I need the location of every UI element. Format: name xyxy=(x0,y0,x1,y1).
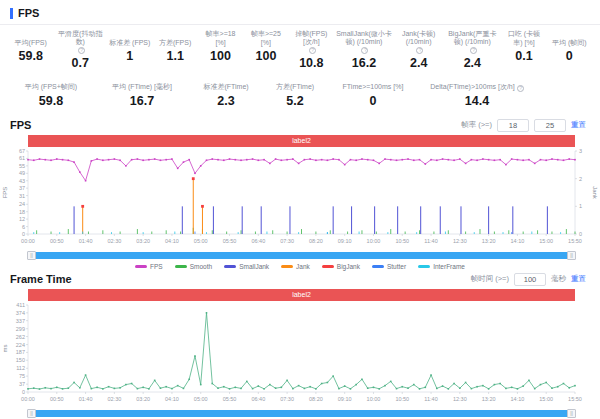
legend-mark-icon xyxy=(224,265,236,268)
stats-row-1: 平均(FPS)59.8平滑度(抖动指数)0.7标准差 (FPS)1方差(FPS)… xyxy=(6,30,594,70)
stat-label: Delta(FTime)>100ms [次/h] xyxy=(420,75,534,92)
svg-text:10:00: 10:00 xyxy=(367,238,381,244)
stat-item: 平滑度(抖动指数)0.7 xyxy=(53,30,107,70)
frametime-reset-button[interactable]: 重置 xyxy=(571,274,586,284)
drag-handle-icon[interactable] xyxy=(27,251,36,260)
fps-chart-banner: label2 xyxy=(28,135,575,147)
stat-label: 平均 (FPS+帧间) xyxy=(10,75,92,92)
svg-text:374: 374 xyxy=(16,310,25,316)
stat-label: 方差(FPS) xyxy=(154,30,195,47)
stat-item: 帧率>=25 [%]100 xyxy=(243,30,288,63)
page-title: FPS xyxy=(18,7,39,19)
legend-label: Smooth xyxy=(190,263,212,270)
frametime-section-header: Frame Time 帧时间 (>=) 毫秒 重置 xyxy=(0,273,600,286)
legend-label: SmallJank xyxy=(239,263,269,270)
drag-handle-icon[interactable] xyxy=(567,409,576,418)
svg-text:2: 2 xyxy=(579,175,582,181)
frametime-chart-scrollbar[interactable] xyxy=(28,410,575,417)
stat-value: 0.7 xyxy=(55,56,105,70)
stat-label: 标准差 (FPS) xyxy=(109,30,150,47)
svg-text:00:50: 00:50 xyxy=(50,238,64,244)
chart-legend: FPSSmoothSmallJankJankBigJankStutterInte… xyxy=(0,263,600,270)
legend-item-bigjank[interactable]: BigJank xyxy=(322,263,360,270)
frametime-chart-banner: label2 xyxy=(28,289,575,301)
fps-reset-button[interactable]: 重置 xyxy=(571,120,586,130)
stat-item: 平均 (FTime) [毫秒]16.7 xyxy=(94,75,190,108)
legend-mark-icon xyxy=(175,265,187,268)
info-icon xyxy=(470,47,477,54)
stat-label: FTime>=100ms [%] xyxy=(330,75,416,92)
svg-text:24: 24 xyxy=(19,201,25,207)
svg-text:02:30: 02:30 xyxy=(107,238,121,244)
stat-label: 口吃 (卡顿率) [%] xyxy=(503,30,544,47)
fps-threshold-input-1[interactable] xyxy=(497,119,529,132)
stat-value: 100 xyxy=(200,49,241,63)
svg-text:05:00: 05:00 xyxy=(194,396,208,402)
legend-item-jank[interactable]: Jank xyxy=(281,263,310,270)
svg-text:299: 299 xyxy=(16,325,25,331)
stat-item: 方差(FTime)5.2 xyxy=(262,75,328,108)
title-accent-bar xyxy=(10,8,13,19)
svg-text:00:00: 00:00 xyxy=(21,396,35,402)
svg-text:03:20: 03:20 xyxy=(136,396,150,402)
legend-item-fps[interactable]: FPS xyxy=(135,263,163,270)
stat-value: 100 xyxy=(245,49,286,63)
frametime-threshold-input[interactable] xyxy=(514,273,546,286)
svg-text:12: 12 xyxy=(19,216,25,222)
frametime-threshold-label: 帧时间 (>=) xyxy=(471,274,509,284)
stat-item: 平均 (帧间)0 xyxy=(547,30,592,63)
svg-text:0: 0 xyxy=(22,389,25,395)
svg-text:15:00: 15:00 xyxy=(539,396,553,402)
svg-text:02:30: 02:30 xyxy=(107,396,121,402)
info-icon xyxy=(416,47,423,54)
fps-threshold-input-2[interactable] xyxy=(534,119,566,132)
stat-item: Jank(卡顿) (/10min)2.4 xyxy=(394,30,444,70)
svg-text:04:10: 04:10 xyxy=(165,396,179,402)
svg-text:00:00: 00:00 xyxy=(21,238,35,244)
svg-text:07:30: 07:30 xyxy=(280,238,294,244)
svg-text:411: 411 xyxy=(16,302,25,308)
stat-item: 标准差(FTime)2.3 xyxy=(190,75,262,108)
svg-text:FPS: FPS xyxy=(2,186,8,198)
svg-text:11:40: 11:40 xyxy=(424,238,437,244)
legend-mark-icon xyxy=(418,265,430,268)
drag-handle-icon[interactable] xyxy=(567,251,576,260)
frametime-chart: 0377511215018722426229933737441100:0000:… xyxy=(0,302,600,404)
svg-text:09:10: 09:10 xyxy=(338,396,352,402)
svg-text:10:50: 10:50 xyxy=(395,396,409,402)
svg-text:0: 0 xyxy=(579,231,582,237)
svg-text:43: 43 xyxy=(19,178,25,184)
stat-item: 掉帧(FPS) [次/h]10.8 xyxy=(289,30,334,70)
svg-text:262: 262 xyxy=(16,333,25,339)
stat-item: 帧率>=18 [%]100 xyxy=(198,30,243,63)
svg-text:61: 61 xyxy=(19,155,25,161)
svg-text:07:30: 07:30 xyxy=(280,396,294,402)
svg-text:3: 3 xyxy=(579,148,582,154)
svg-text:09:10: 09:10 xyxy=(338,238,352,244)
frametime-unit-label: 毫秒 xyxy=(551,274,566,284)
fps-controls: 帧率 (>=) 重置 xyxy=(461,119,586,132)
legend-label: Jank xyxy=(296,263,310,270)
fps-chart-scrollbar[interactable] xyxy=(28,252,575,259)
report-header: FPS xyxy=(0,0,600,24)
stat-value: 5.2 xyxy=(264,94,326,108)
svg-text:0: 0 xyxy=(22,231,25,237)
legend-item-smooth[interactable]: Smooth xyxy=(175,263,212,270)
svg-text:112: 112 xyxy=(16,365,25,371)
drag-handle-icon[interactable] xyxy=(27,409,36,418)
stat-item: Delta(FTime)>100ms [次/h]14.4 xyxy=(418,75,536,108)
svg-text:6: 6 xyxy=(22,223,25,229)
svg-text:13:20: 13:20 xyxy=(482,238,496,244)
legend-item-smalljank[interactable]: SmallJank xyxy=(224,263,269,270)
stats-panel: 平均(FPS)59.8平滑度(抖动指数)0.7标准差 (FPS)1方差(FPS)… xyxy=(0,25,600,116)
legend-item-interframe[interactable]: InterFrame xyxy=(418,263,465,270)
stat-label: 平滑度(抖动指数) xyxy=(55,30,105,54)
stat-value: 0.1 xyxy=(503,49,544,63)
legend-item-stutter[interactable]: Stutter xyxy=(372,263,406,270)
svg-text:224: 224 xyxy=(16,341,25,347)
svg-text:06:40: 06:40 xyxy=(251,238,265,244)
legend-mark-icon xyxy=(135,265,147,268)
legend-label: BigJank xyxy=(337,263,360,270)
svg-text:ms: ms xyxy=(2,344,8,352)
frametime-chart-title: Frame Time xyxy=(10,273,72,285)
